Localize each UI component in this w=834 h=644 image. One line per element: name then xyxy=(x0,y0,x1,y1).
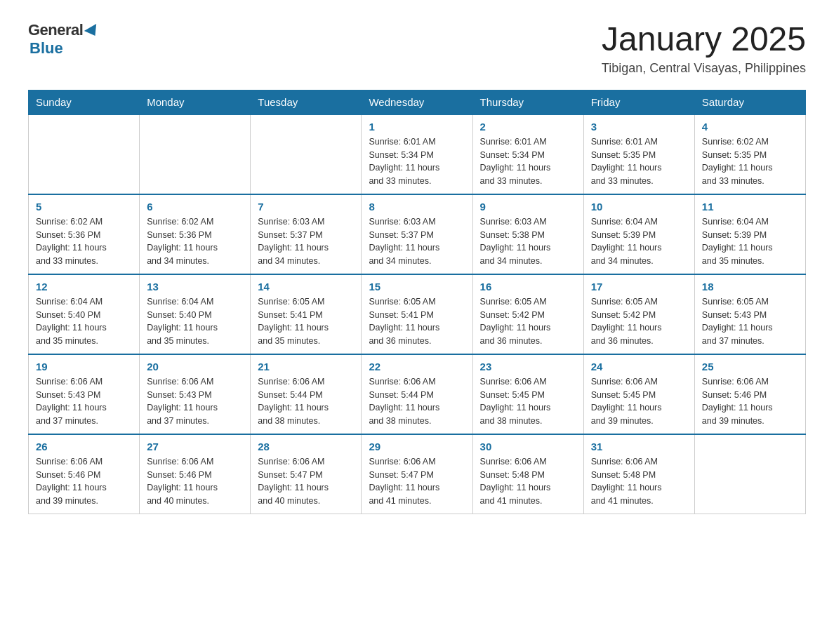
calendar-cell: 28Sunrise: 6:06 AM Sunset: 5:47 PM Dayli… xyxy=(251,434,362,514)
calendar-table: SundayMondayTuesdayWednesdayThursdayFrid… xyxy=(28,90,806,514)
day-info: Sunrise: 6:03 AM Sunset: 5:37 PM Dayligh… xyxy=(369,215,465,268)
calendar-cell: 9Sunrise: 6:03 AM Sunset: 5:38 PM Daylig… xyxy=(472,194,583,274)
calendar-day-header: Tuesday xyxy=(251,90,362,114)
calendar-cell xyxy=(29,114,140,194)
day-number: 29 xyxy=(369,441,465,452)
calendar-cell: 16Sunrise: 6:05 AM Sunset: 5:42 PM Dayli… xyxy=(472,274,583,354)
calendar-cell: 24Sunrise: 6:06 AM Sunset: 5:45 PM Dayli… xyxy=(583,354,694,434)
logo-blue-text: Blue xyxy=(29,39,63,58)
day-number: 18 xyxy=(702,281,798,293)
day-info: Sunrise: 6:03 AM Sunset: 5:37 PM Dayligh… xyxy=(258,215,354,268)
day-number: 12 xyxy=(36,281,132,293)
day-info: Sunrise: 6:01 AM Sunset: 5:34 PM Dayligh… xyxy=(369,135,465,188)
day-info: Sunrise: 6:02 AM Sunset: 5:36 PM Dayligh… xyxy=(147,215,243,268)
calendar-cell: 14Sunrise: 6:05 AM Sunset: 5:41 PM Dayli… xyxy=(251,274,362,354)
calendar-week-row: 19Sunrise: 6:06 AM Sunset: 5:43 PM Dayli… xyxy=(29,354,806,434)
day-info: Sunrise: 6:05 AM Sunset: 5:42 PM Dayligh… xyxy=(480,295,576,348)
calendar-day-header: Wednesday xyxy=(362,90,472,114)
day-info: Sunrise: 6:04 AM Sunset: 5:39 PM Dayligh… xyxy=(702,215,798,268)
calendar-cell: 17Sunrise: 6:05 AM Sunset: 5:42 PM Dayli… xyxy=(583,274,694,354)
logo: General Blue xyxy=(28,21,100,58)
day-number: 14 xyxy=(258,281,354,293)
calendar-cell: 31Sunrise: 6:06 AM Sunset: 5:48 PM Dayli… xyxy=(583,434,694,514)
calendar-cell: 15Sunrise: 6:05 AM Sunset: 5:41 PM Dayli… xyxy=(362,274,472,354)
calendar-week-row: 1Sunrise: 6:01 AM Sunset: 5:34 PM Daylig… xyxy=(29,114,806,194)
day-number: 10 xyxy=(591,201,687,213)
day-info: Sunrise: 6:05 AM Sunset: 5:43 PM Dayligh… xyxy=(702,295,798,348)
day-info: Sunrise: 6:02 AM Sunset: 5:35 PM Dayligh… xyxy=(702,135,798,188)
calendar-week-row: 26Sunrise: 6:06 AM Sunset: 5:46 PM Dayli… xyxy=(29,434,806,514)
day-number: 27 xyxy=(147,441,243,452)
calendar-cell: 13Sunrise: 6:04 AM Sunset: 5:40 PM Dayli… xyxy=(140,274,251,354)
day-number: 6 xyxy=(147,201,243,213)
logo-arrow-icon xyxy=(84,24,101,39)
day-info: Sunrise: 6:05 AM Sunset: 5:41 PM Dayligh… xyxy=(258,295,354,348)
calendar-cell: 8Sunrise: 6:03 AM Sunset: 5:37 PM Daylig… xyxy=(362,194,472,274)
day-info: Sunrise: 6:03 AM Sunset: 5:38 PM Dayligh… xyxy=(480,215,576,268)
day-info: Sunrise: 6:06 AM Sunset: 5:46 PM Dayligh… xyxy=(147,455,243,508)
day-info: Sunrise: 6:06 AM Sunset: 5:44 PM Dayligh… xyxy=(258,375,354,428)
day-number: 4 xyxy=(702,121,798,133)
day-number: 28 xyxy=(258,441,354,452)
calendar-cell: 20Sunrise: 6:06 AM Sunset: 5:43 PM Dayli… xyxy=(140,354,251,434)
calendar-cell: 4Sunrise: 6:02 AM Sunset: 5:35 PM Daylig… xyxy=(694,114,805,194)
day-number: 19 xyxy=(36,361,132,373)
calendar-cell: 19Sunrise: 6:06 AM Sunset: 5:43 PM Dayli… xyxy=(29,354,140,434)
page-header: General Blue January 2025 Tibigan, Centr… xyxy=(28,21,806,76)
calendar-day-header: Friday xyxy=(583,90,694,114)
calendar-cell: 7Sunrise: 6:03 AM Sunset: 5:37 PM Daylig… xyxy=(251,194,362,274)
calendar-cell xyxy=(694,434,805,514)
calendar-cell: 26Sunrise: 6:06 AM Sunset: 5:46 PM Dayli… xyxy=(29,434,140,514)
day-number: 16 xyxy=(480,281,576,293)
calendar-cell: 22Sunrise: 6:06 AM Sunset: 5:44 PM Dayli… xyxy=(362,354,472,434)
page-subtitle: Tibigan, Central Visayas, Philippines xyxy=(602,61,806,76)
day-info: Sunrise: 6:02 AM Sunset: 5:36 PM Dayligh… xyxy=(36,215,132,268)
calendar-week-row: 5Sunrise: 6:02 AM Sunset: 5:36 PM Daylig… xyxy=(29,194,806,274)
day-number: 17 xyxy=(591,281,687,293)
day-number: 21 xyxy=(258,361,354,373)
calendar-header-row: SundayMondayTuesdayWednesdayThursdayFrid… xyxy=(29,90,806,114)
day-number: 30 xyxy=(480,441,576,452)
calendar-cell: 27Sunrise: 6:06 AM Sunset: 5:46 PM Dayli… xyxy=(140,434,251,514)
day-number: 24 xyxy=(591,361,687,373)
day-info: Sunrise: 6:06 AM Sunset: 5:46 PM Dayligh… xyxy=(36,455,132,508)
calendar-cell: 1Sunrise: 6:01 AM Sunset: 5:34 PM Daylig… xyxy=(362,114,472,194)
day-info: Sunrise: 6:05 AM Sunset: 5:42 PM Dayligh… xyxy=(591,295,687,348)
calendar-cell: 21Sunrise: 6:06 AM Sunset: 5:44 PM Dayli… xyxy=(251,354,362,434)
calendar-cell xyxy=(140,114,251,194)
day-number: 2 xyxy=(480,121,576,133)
calendar-cell xyxy=(251,114,362,194)
calendar-cell: 2Sunrise: 6:01 AM Sunset: 5:34 PM Daylig… xyxy=(472,114,583,194)
day-info: Sunrise: 6:06 AM Sunset: 5:43 PM Dayligh… xyxy=(147,375,243,428)
day-info: Sunrise: 6:01 AM Sunset: 5:34 PM Dayligh… xyxy=(480,135,576,188)
day-number: 8 xyxy=(369,201,465,213)
day-info: Sunrise: 6:06 AM Sunset: 5:48 PM Dayligh… xyxy=(591,455,687,508)
day-info: Sunrise: 6:04 AM Sunset: 5:39 PM Dayligh… xyxy=(591,215,687,268)
calendar-cell: 3Sunrise: 6:01 AM Sunset: 5:35 PM Daylig… xyxy=(583,114,694,194)
day-number: 13 xyxy=(147,281,243,293)
day-info: Sunrise: 6:01 AM Sunset: 5:35 PM Dayligh… xyxy=(591,135,687,188)
calendar-cell: 29Sunrise: 6:06 AM Sunset: 5:47 PM Dayli… xyxy=(362,434,472,514)
day-number: 1 xyxy=(369,121,465,133)
day-number: 5 xyxy=(36,201,132,213)
day-number: 7 xyxy=(258,201,354,213)
day-info: Sunrise: 6:06 AM Sunset: 5:47 PM Dayligh… xyxy=(258,455,354,508)
calendar-cell: 23Sunrise: 6:06 AM Sunset: 5:45 PM Dayli… xyxy=(472,354,583,434)
calendar-day-header: Thursday xyxy=(472,90,583,114)
day-info: Sunrise: 6:05 AM Sunset: 5:41 PM Dayligh… xyxy=(369,295,465,348)
calendar-cell: 12Sunrise: 6:04 AM Sunset: 5:40 PM Dayli… xyxy=(29,274,140,354)
day-number: 20 xyxy=(147,361,243,373)
day-info: Sunrise: 6:04 AM Sunset: 5:40 PM Dayligh… xyxy=(147,295,243,348)
title-block: January 2025 Tibigan, Central Visayas, P… xyxy=(602,21,806,76)
day-info: Sunrise: 6:06 AM Sunset: 5:44 PM Dayligh… xyxy=(369,375,465,428)
calendar-day-header: Monday xyxy=(140,90,251,114)
calendar-cell: 11Sunrise: 6:04 AM Sunset: 5:39 PM Dayli… xyxy=(694,194,805,274)
day-info: Sunrise: 6:06 AM Sunset: 5:43 PM Dayligh… xyxy=(36,375,132,428)
day-number: 22 xyxy=(369,361,465,373)
day-info: Sunrise: 6:06 AM Sunset: 5:46 PM Dayligh… xyxy=(702,375,798,428)
calendar-day-header: Sunday xyxy=(29,90,140,114)
page-title: January 2025 xyxy=(602,21,806,58)
day-info: Sunrise: 6:04 AM Sunset: 5:40 PM Dayligh… xyxy=(36,295,132,348)
calendar-cell: 6Sunrise: 6:02 AM Sunset: 5:36 PM Daylig… xyxy=(140,194,251,274)
day-number: 26 xyxy=(36,441,132,452)
